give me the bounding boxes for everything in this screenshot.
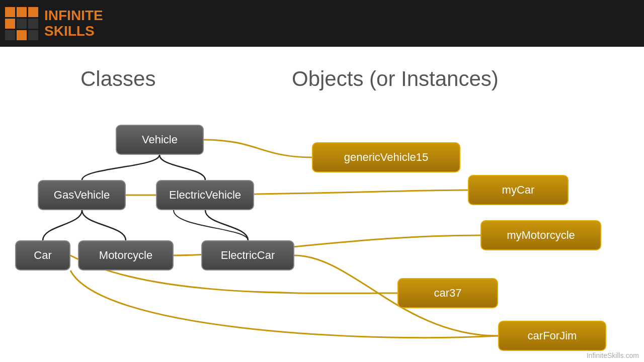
class-electricvehicle: ElectricVehicle	[156, 180, 254, 210]
class-electriccar: ElectricCar	[201, 240, 294, 270]
object-genericvehicle15: genericVehicle15	[312, 142, 460, 172]
main-content: Classes Objects (or Instances) Vehicle	[0, 47, 644, 362]
logo-grid	[5, 7, 38, 40]
brand-name: INFINITE SKILLS	[44, 8, 103, 39]
class-motorcycle: Motorcycle	[78, 240, 174, 270]
logo-sq	[17, 30, 27, 40]
logo-sq	[28, 30, 38, 40]
logo-sq	[17, 19, 27, 29]
logo-sq	[28, 7, 38, 17]
class-gasvehicle: GasVehicle	[38, 180, 126, 210]
class-vehicle: Vehicle	[116, 125, 204, 155]
logo: INFINITE SKILLS	[5, 7, 103, 40]
object-carforjim: carForJim	[498, 321, 606, 351]
objects-title: Objects (or Instances)	[292, 67, 499, 91]
watermark: InfiniteSkills.com	[587, 351, 639, 359]
logo-sq	[28, 19, 38, 29]
object-car37: car37	[397, 278, 498, 308]
logo-sq	[5, 19, 15, 29]
header: INFINITE SKILLS	[0, 0, 644, 47]
class-car: Car	[15, 240, 70, 270]
object-mymotorcycle: myMotorcycle	[480, 220, 601, 250]
classes-title: Classes	[80, 67, 155, 91]
logo-sq	[5, 30, 15, 40]
logo-sq	[5, 7, 15, 17]
object-mycar: myCar	[468, 175, 569, 205]
logo-sq	[17, 7, 27, 17]
